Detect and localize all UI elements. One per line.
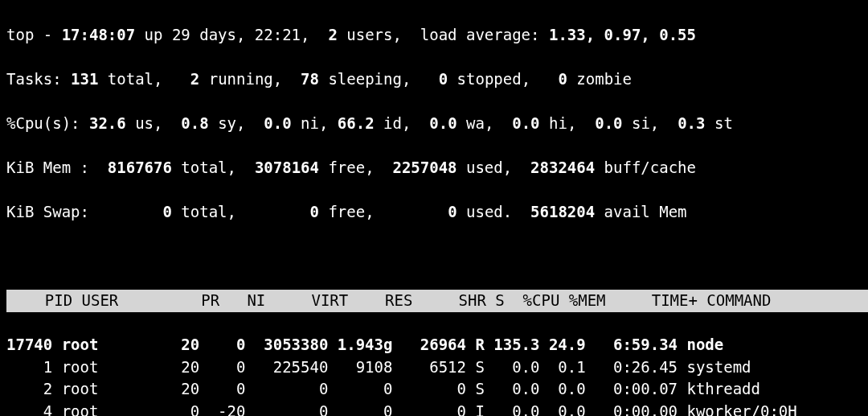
label: running, xyxy=(199,70,301,88)
top-terminal: top - 17:48:07 up 29 days, 22:21, 2 user… xyxy=(0,0,868,416)
process-header-row: PID USER PR NI VIRT RES SHR S %CPU %MEM … xyxy=(6,290,862,312)
label: Tasks: xyxy=(6,70,71,88)
table-row[interactable]: 4 root 0 -20 0 0 0 I 0.0 0.0 0:00.00 kwo… xyxy=(6,401,862,416)
label: total, xyxy=(98,70,190,88)
label: zombie xyxy=(567,70,632,88)
tasks-running: 2 xyxy=(190,70,199,88)
label: sy, xyxy=(209,114,264,132)
label: used, xyxy=(457,159,531,176)
table-row[interactable]: 1 root 20 0 225540 9108 6512 S 0.0 0.1 0… xyxy=(6,356,862,379)
cpu-hi: 0.0 xyxy=(512,114,539,132)
label: buff/cache xyxy=(595,159,696,176)
cpu-us: 32.6 xyxy=(89,114,126,132)
time: 17:48:07 xyxy=(62,26,136,43)
cpu-ni: 0.0 xyxy=(264,114,291,132)
swap-free: 0 xyxy=(310,203,319,220)
process-list[interactable]: 17740 root 20 0 3053380 1.943g 26964 R 1… xyxy=(6,334,862,416)
label: wa, xyxy=(457,114,513,132)
label: users, load average: xyxy=(338,26,549,43)
summary-line-2: Tasks: 131 total, 2 running, 78 sleeping… xyxy=(6,68,862,91)
label: %Cpu(s): xyxy=(6,114,89,132)
label: free, xyxy=(319,159,393,176)
label: avail Mem xyxy=(595,203,696,220)
table-row[interactable]: 2 root 20 0 0 0 0 S 0.0 0.0 0:00.07 kthr… xyxy=(6,378,862,401)
label: ni, xyxy=(292,114,338,132)
label: up 29 days, 22:21, xyxy=(135,26,328,43)
label: id, xyxy=(375,114,430,132)
mem-avail: 5618204 xyxy=(530,203,595,220)
label: KiB Swap: xyxy=(6,203,162,220)
label: total, xyxy=(172,159,255,176)
label: total, xyxy=(172,203,310,220)
cpu-id: 66.2 xyxy=(338,114,375,132)
label: free, xyxy=(319,203,448,220)
label: hi, xyxy=(540,114,596,132)
summary-line-5: KiB Swap: 0 total, 0 free, 0 used. 56182… xyxy=(6,201,862,224)
label: us, xyxy=(126,114,182,132)
users-count: 2 xyxy=(328,26,337,43)
table-row[interactable]: 17740 root 20 0 3053380 1.943g 26964 R 1… xyxy=(6,334,862,356)
tasks-stopped: 0 xyxy=(439,70,448,88)
cpu-wa: 0.0 xyxy=(429,114,457,132)
tasks-total: 131 xyxy=(71,70,98,88)
label: sleeping, xyxy=(319,70,439,88)
tasks-sleeping: 78 xyxy=(301,70,319,88)
summary-line-1: top - 17:48:07 up 29 days, 22:21, 2 user… xyxy=(6,24,862,47)
tasks-zombie: 0 xyxy=(558,70,567,88)
swap-total: 0 xyxy=(162,203,171,220)
label: used. xyxy=(457,203,531,220)
label: stopped, xyxy=(448,70,558,88)
label: st xyxy=(706,114,733,132)
summary-line-3: %Cpu(s): 32.6 us, 0.8 sy, 0.0 ni, 66.2 i… xyxy=(6,113,862,135)
mem-used: 2257048 xyxy=(392,159,457,176)
load-average: 1.33, 0.97, 0.55 xyxy=(549,26,696,43)
mem-total: 8167676 xyxy=(108,159,172,176)
label: si, xyxy=(623,114,678,132)
mem-free: 3078164 xyxy=(255,159,319,176)
process-header: PID USER PR NI VIRT RES SHR S %CPU %MEM … xyxy=(6,290,868,312)
mem-buff: 2832464 xyxy=(530,159,595,176)
label: top - xyxy=(6,26,62,43)
cpu-si: 0.0 xyxy=(595,114,622,132)
swap-used: 0 xyxy=(448,203,457,220)
blank-line xyxy=(6,245,862,268)
summary-line-4: KiB Mem : 8167676 total, 3078164 free, 2… xyxy=(6,157,862,179)
cpu-st: 0.3 xyxy=(678,114,705,132)
cpu-sy: 0.8 xyxy=(181,114,208,132)
label: KiB Mem : xyxy=(6,159,108,176)
